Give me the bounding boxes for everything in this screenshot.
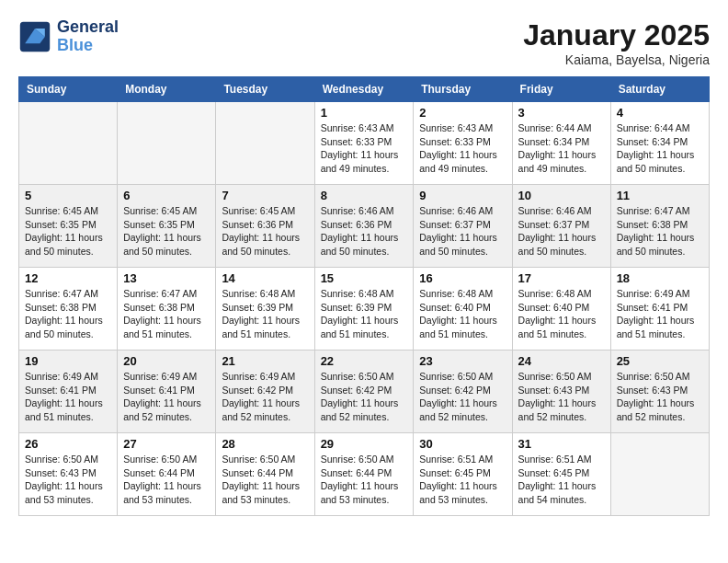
calendar-cell: [216, 102, 314, 185]
day-number: 1: [321, 106, 408, 120]
day-number: 3: [518, 106, 605, 120]
day-number: 22: [321, 354, 408, 368]
day-info: Sunrise: 6:48 AM Sunset: 6:40 PM Dayligh…: [518, 287, 605, 341]
day-number: 4: [617, 106, 703, 120]
calendar-table: SundayMondayTuesdayWednesdayThursdayFrid…: [18, 76, 710, 516]
month-title: January 2025: [523, 18, 710, 52]
day-number: 23: [419, 354, 506, 368]
calendar-week-row: 1Sunrise: 6:43 AM Sunset: 6:33 PM Daylig…: [19, 102, 710, 185]
day-info: Sunrise: 6:44 AM Sunset: 6:34 PM Dayligh…: [617, 121, 703, 176]
calendar-cell: 12Sunrise: 6:47 AM Sunset: 6:38 PM Dayli…: [19, 268, 118, 350]
calendar-cell: [610, 433, 709, 516]
day-number: 16: [419, 271, 506, 285]
day-number: 2: [419, 106, 506, 120]
day-info: Sunrise: 6:50 AM Sunset: 6:44 PM Dayligh…: [123, 453, 210, 507]
calendar-cell: 9Sunrise: 6:46 AM Sunset: 6:37 PM Daylig…: [414, 185, 512, 268]
day-number: 28: [222, 437, 308, 451]
day-number: 14: [222, 271, 308, 285]
day-info: Sunrise: 6:48 AM Sunset: 6:39 PM Dayligh…: [321, 287, 408, 341]
weekday-header-monday: Monday: [118, 77, 216, 102]
weekday-header-saturday: Saturday: [610, 77, 709, 102]
day-info: Sunrise: 6:50 AM Sunset: 6:43 PM Dayligh…: [617, 370, 703, 424]
day-info: Sunrise: 6:43 AM Sunset: 6:33 PM Dayligh…: [419, 121, 506, 176]
calendar-week-row: 19Sunrise: 6:49 AM Sunset: 6:41 PM Dayli…: [19, 350, 710, 433]
calendar-cell: 11Sunrise: 6:47 AM Sunset: 6:38 PM Dayli…: [610, 185, 709, 268]
day-info: Sunrise: 6:51 AM Sunset: 6:45 PM Dayligh…: [518, 453, 605, 507]
day-number: 24: [518, 354, 605, 368]
calendar-week-row: 26Sunrise: 6:50 AM Sunset: 6:43 PM Dayli…: [19, 433, 710, 516]
day-info: Sunrise: 6:46 AM Sunset: 6:37 PM Dayligh…: [419, 204, 506, 259]
day-info: Sunrise: 6:43 AM Sunset: 6:33 PM Dayligh…: [321, 121, 408, 176]
day-info: Sunrise: 6:50 AM Sunset: 6:44 PM Dayligh…: [222, 453, 308, 507]
calendar-cell: 27Sunrise: 6:50 AM Sunset: 6:44 PM Dayli…: [118, 433, 216, 516]
day-info: Sunrise: 6:45 AM Sunset: 6:36 PM Dayligh…: [222, 204, 308, 259]
day-info: Sunrise: 6:49 AM Sunset: 6:41 PM Dayligh…: [123, 370, 210, 424]
day-number: 8: [321, 189, 408, 202]
weekday-header-sunday: Sunday: [19, 77, 118, 102]
day-number: 7: [222, 189, 308, 202]
calendar-cell: 8Sunrise: 6:46 AM Sunset: 6:36 PM Daylig…: [314, 185, 414, 268]
calendar-cell: 23Sunrise: 6:50 AM Sunset: 6:42 PM Dayli…: [414, 350, 512, 433]
logo-icon: [18, 20, 51, 53]
calendar-cell: 6Sunrise: 6:45 AM Sunset: 6:35 PM Daylig…: [118, 185, 216, 268]
day-number: 10: [518, 189, 605, 202]
calendar-cell: 7Sunrise: 6:45 AM Sunset: 6:36 PM Daylig…: [216, 185, 314, 268]
day-info: Sunrise: 6:46 AM Sunset: 6:37 PM Dayligh…: [518, 204, 605, 259]
day-number: 15: [321, 271, 408, 285]
day-info: Sunrise: 6:48 AM Sunset: 6:40 PM Dayligh…: [419, 287, 506, 341]
calendar-cell: 2Sunrise: 6:43 AM Sunset: 6:33 PM Daylig…: [414, 102, 512, 185]
day-info: Sunrise: 6:50 AM Sunset: 6:43 PM Dayligh…: [518, 370, 605, 424]
day-number: 9: [419, 189, 506, 202]
weekday-header-friday: Friday: [512, 77, 610, 102]
day-info: Sunrise: 6:50 AM Sunset: 6:43 PM Dayligh…: [25, 453, 111, 507]
day-number: 11: [617, 189, 703, 202]
logo-text: General Blue: [57, 18, 119, 55]
day-number: 27: [123, 437, 210, 451]
calendar-cell: 31Sunrise: 6:51 AM Sunset: 6:45 PM Dayli…: [512, 433, 610, 516]
calendar-cell: 25Sunrise: 6:50 AM Sunset: 6:43 PM Dayli…: [610, 350, 709, 433]
calendar-cell: [118, 102, 216, 185]
day-info: Sunrise: 6:49 AM Sunset: 6:41 PM Dayligh…: [25, 370, 111, 424]
day-info: Sunrise: 6:48 AM Sunset: 6:39 PM Dayligh…: [222, 287, 308, 341]
calendar-cell: [19, 102, 118, 185]
calendar-cell: 30Sunrise: 6:51 AM Sunset: 6:45 PM Dayli…: [414, 433, 512, 516]
day-info: Sunrise: 6:44 AM Sunset: 6:34 PM Dayligh…: [518, 121, 605, 176]
day-info: Sunrise: 6:45 AM Sunset: 6:35 PM Dayligh…: [123, 204, 210, 259]
day-info: Sunrise: 6:51 AM Sunset: 6:45 PM Dayligh…: [419, 453, 506, 507]
calendar-cell: 18Sunrise: 6:49 AM Sunset: 6:41 PM Dayli…: [610, 268, 709, 350]
calendar-cell: 15Sunrise: 6:48 AM Sunset: 6:39 PM Dayli…: [314, 268, 414, 350]
day-info: Sunrise: 6:47 AM Sunset: 6:38 PM Dayligh…: [617, 204, 703, 259]
calendar-cell: 21Sunrise: 6:49 AM Sunset: 6:42 PM Dayli…: [216, 350, 314, 433]
calendar-cell: 26Sunrise: 6:50 AM Sunset: 6:43 PM Dayli…: [19, 433, 118, 516]
day-number: 12: [25, 271, 111, 285]
day-number: 29: [321, 437, 408, 451]
day-info: Sunrise: 6:46 AM Sunset: 6:36 PM Dayligh…: [321, 204, 408, 259]
day-info: Sunrise: 6:50 AM Sunset: 6:44 PM Dayligh…: [321, 453, 408, 507]
calendar-cell: 5Sunrise: 6:45 AM Sunset: 6:35 PM Daylig…: [19, 185, 118, 268]
day-info: Sunrise: 6:45 AM Sunset: 6:35 PM Dayligh…: [25, 204, 111, 259]
day-number: 30: [419, 437, 506, 451]
calendar-cell: 3Sunrise: 6:44 AM Sunset: 6:34 PM Daylig…: [512, 102, 610, 185]
day-number: 19: [25, 354, 111, 368]
calendar-cell: 10Sunrise: 6:46 AM Sunset: 6:37 PM Dayli…: [512, 185, 610, 268]
calendar-cell: 29Sunrise: 6:50 AM Sunset: 6:44 PM Dayli…: [314, 433, 414, 516]
calendar-cell: 16Sunrise: 6:48 AM Sunset: 6:40 PM Dayli…: [414, 268, 512, 350]
calendar-cell: 14Sunrise: 6:48 AM Sunset: 6:39 PM Dayli…: [216, 268, 314, 350]
day-info: Sunrise: 6:50 AM Sunset: 6:42 PM Dayligh…: [321, 370, 408, 424]
day-number: 21: [222, 354, 308, 368]
day-number: 13: [123, 271, 210, 285]
location: Kaiama, Bayelsa, Nigeria: [523, 52, 710, 67]
calendar-cell: 24Sunrise: 6:50 AM Sunset: 6:43 PM Dayli…: [512, 350, 610, 433]
calendar-cell: 28Sunrise: 6:50 AM Sunset: 6:44 PM Dayli…: [216, 433, 314, 516]
day-info: Sunrise: 6:49 AM Sunset: 6:42 PM Dayligh…: [222, 370, 308, 424]
day-info: Sunrise: 6:49 AM Sunset: 6:41 PM Dayligh…: [617, 287, 703, 341]
calendar-cell: 17Sunrise: 6:48 AM Sunset: 6:40 PM Dayli…: [512, 268, 610, 350]
calendar-cell: 19Sunrise: 6:49 AM Sunset: 6:41 PM Dayli…: [19, 350, 118, 433]
day-number: 26: [25, 437, 111, 451]
day-number: 25: [617, 354, 703, 368]
day-number: 20: [123, 354, 210, 368]
day-number: 6: [123, 189, 210, 202]
calendar-cell: 1Sunrise: 6:43 AM Sunset: 6:33 PM Daylig…: [314, 102, 414, 185]
day-info: Sunrise: 6:50 AM Sunset: 6:42 PM Dayligh…: [419, 370, 506, 424]
weekday-header-thursday: Thursday: [414, 77, 512, 102]
